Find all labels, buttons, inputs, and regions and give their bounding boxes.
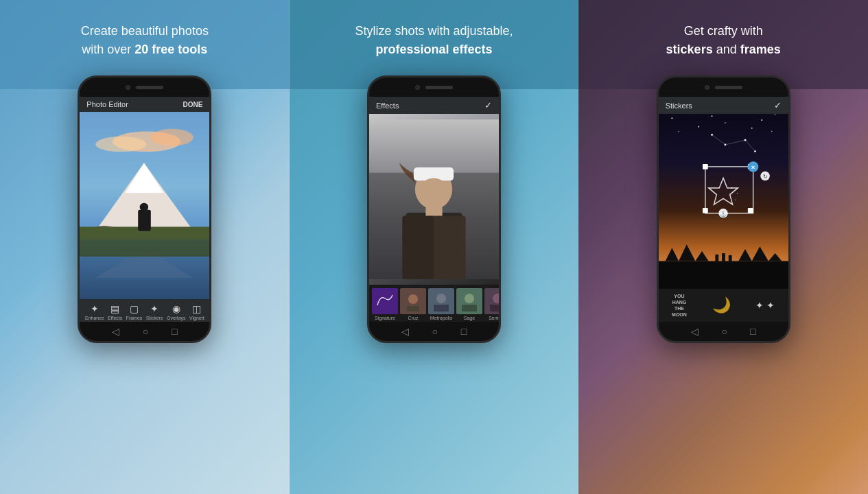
svg-point-45 [761,119,762,121]
effect-thumb-cruz [400,288,426,314]
home-nav-icon[interactable]: ○ [143,326,148,337]
svg-rect-30 [434,305,449,311]
screen3-check[interactable]: ✓ [774,100,782,110]
svg-point-47 [678,131,679,132]
svg-text:⚓: ⚓ [720,211,727,217]
svg-point-48 [698,126,699,128]
screen2-header: Effects ✓ [369,97,499,114]
effects-label: Effects [108,316,122,320]
toolbar-effects[interactable]: ▤ Effects [108,303,122,320]
effects-icon: ▤ [110,303,119,314]
screen3-title: Stickers [666,102,692,110]
svg-point-29 [436,294,446,303]
svg-rect-74 [659,261,788,289]
recents-nav-icon-3[interactable]: □ [750,326,755,337]
screen1-photo [80,112,209,299]
svg-rect-64 [703,164,708,169]
caption-2-bold: professional effects [375,43,492,56]
sticker-option-text[interactable]: YOUHANGTHEMOON [672,293,687,318]
vignette-label: Vignett [189,316,204,320]
recents-nav-icon[interactable]: □ [172,326,177,337]
effect-sage[interactable]: Sage [456,288,482,320]
svg-rect-13 [80,239,209,257]
svg-rect-66 [703,208,708,213]
effect-sentosa[interactable]: Sentosa [484,288,499,320]
screen1-header: Photo Editor DONE [80,97,209,112]
back-nav-icon-2[interactable]: ◁ [401,326,409,337]
effect-signature[interactable]: Signature [372,288,398,320]
frames-icon: ▢ [130,303,139,314]
svg-point-32 [465,294,474,303]
svg-point-51 [771,131,773,132]
toolbar-stickers[interactable]: ✦ Stickers [146,303,163,320]
back-nav-icon-3[interactable]: ◁ [691,326,699,337]
svg-point-46 [775,115,776,116]
screen3-bottom: YOUHANGTHEMOON 🌙 ✦ ✦ [659,289,788,322]
screen2-title: Effects [376,102,399,110]
toolbar-overlays[interactable]: ◉ Overlays [167,303,186,320]
overlays-label: Overlays [167,316,186,320]
svg-rect-24 [372,288,398,314]
svg-rect-82 [722,253,725,263]
screen3-photo: × ↻ ⚓ [659,114,788,289]
phone-2-container: Effects ✓ [367,75,501,494]
svg-point-26 [408,294,418,304]
svg-point-58 [754,150,756,152]
phone-2: Effects ✓ [367,75,501,343]
phone-2-top-bar [369,78,499,97]
toolbar-frames[interactable]: ▢ Frames [126,303,143,320]
phone-3-container: Stickers ✓ [657,75,790,494]
screen1-title: Photo Editor [86,100,128,108]
enhance-label: Enhance [85,316,104,320]
svg-text:↻: ↻ [762,174,767,180]
stickers-label: Stickers [146,316,163,320]
toolbar-enhance[interactable]: ✦ Enhance [85,303,104,320]
vignette-icon: ◫ [192,303,201,314]
sticker-option-stars[interactable]: ✦ ✦ [755,300,775,311]
svg-rect-36 [490,305,499,311]
effect-metropolis[interactable]: Metropolis [428,288,454,320]
svg-rect-27 [407,306,419,311]
portrait-photo [369,114,499,285]
svg-point-2 [151,129,193,146]
svg-point-61 [736,193,738,194]
caption-3-and: and [716,43,740,56]
phone-1-top-bar [80,78,209,97]
panel-2: Stylize shots with adjustable, professio… [290,0,579,494]
effect-label-sage: Sage [464,316,475,320]
svg-rect-33 [462,305,477,311]
back-nav-icon[interactable]: ◁ [112,326,119,337]
panel-2-caption: Stylize shots with adjustable, professio… [334,0,533,75]
svg-point-21 [419,178,449,207]
effect-label-cruz: Cruz [408,316,419,320]
svg-point-43 [711,115,712,117]
toolbar-icons: ✦ Enhance ▤ Effects ▢ Frames ✦ [80,303,209,320]
home-nav-icon-2[interactable]: ○ [432,326,438,337]
sticker-option-moon[interactable]: 🌙 [712,296,731,314]
svg-point-55 [711,134,713,136]
svg-point-60 [731,187,732,189]
screen1-done[interactable]: DONE [183,101,202,108]
svg-rect-83 [728,255,731,263]
panel-3: Get crafty with stickers and frames Stic… [578,0,868,494]
phone-1: Photo Editor DONE [78,75,211,343]
home-nav-icon-3[interactable]: ○ [721,326,727,337]
screen3-header: Stickers ✓ [659,97,788,114]
panel-1-divider [289,0,290,494]
phone-2-speaker [425,86,453,89]
enhance-icon: ✦ [91,303,99,314]
effect-thumb-sage [456,288,482,314]
phone-1-container: Photo Editor DONE [78,75,211,494]
caption-3-bold1: stickers [666,43,713,56]
panel-2-divider [578,0,578,494]
caption-3-text: Get crafty with [684,24,763,38]
screen2-check[interactable]: ✓ [484,100,492,110]
effect-cruz[interactable]: Cruz [400,288,426,320]
toolbar-vignette[interactable]: ◫ Vignett [189,303,204,320]
effect-label-signature: Signature [375,316,395,320]
phone-3-bottom-bar: ◁ ○ □ [659,322,788,341]
phone-1-camera [126,85,130,90]
phone-2-screen: Effects ✓ [369,97,499,322]
recents-nav-icon-2[interactable]: □ [461,326,467,337]
panel-3-caption: Get crafty with stickers and frames [646,0,801,75]
